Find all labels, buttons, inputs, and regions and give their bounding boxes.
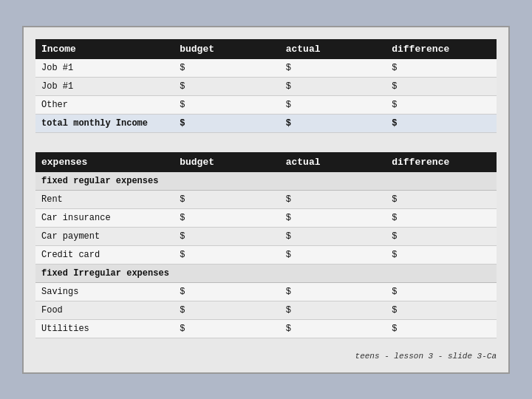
exp-carins-budget: $ xyxy=(174,208,280,227)
exp-food-budget: $ xyxy=(174,301,280,319)
exp-util-budget: $ xyxy=(174,319,280,338)
expenses-header-budget: budget xyxy=(174,152,280,172)
table-row: Car insurance $ $ $ xyxy=(35,208,497,227)
exp-savings-actual: $ xyxy=(280,282,386,301)
exp-savings-label: Savings xyxy=(35,282,174,301)
exp-util-diff: $ xyxy=(386,319,497,338)
income-row2-label: Job #1 xyxy=(35,77,174,95)
income-row3-actual: $ xyxy=(280,95,386,114)
exp-rent-diff: $ xyxy=(386,190,497,208)
table-row: Job #1 $ $ $ xyxy=(35,77,497,95)
income-total-actual: $ xyxy=(280,114,386,132)
spacer-row xyxy=(35,132,497,139)
exp-util-label: Utilities xyxy=(35,319,174,338)
income-total-budget: $ xyxy=(174,114,280,132)
exp-carins-diff: $ xyxy=(386,208,497,227)
income-header-actual: actual xyxy=(280,39,386,59)
exp-food-diff: $ xyxy=(386,301,497,319)
income-header-label: Income xyxy=(35,39,174,59)
table-row: Credit card $ $ $ xyxy=(35,245,497,264)
income-total-diff: $ xyxy=(386,114,497,132)
exp-credit-budget: $ xyxy=(174,245,280,264)
income-row3-budget: $ xyxy=(174,95,280,114)
exp-carins-actual: $ xyxy=(280,208,386,227)
table-row: Savings $ $ $ xyxy=(35,282,497,301)
table-row: Other $ $ $ xyxy=(35,95,497,114)
income-row3-label: Other xyxy=(35,95,174,114)
expenses-header-diff: difference xyxy=(386,152,497,172)
exp-carins-label: Car insurance xyxy=(35,208,174,227)
exp-carpay-diff: $ xyxy=(386,227,497,245)
exp-credit-actual: $ xyxy=(280,245,386,264)
exp-credit-label: Credit card xyxy=(35,245,174,264)
exp-rent-actual: $ xyxy=(280,190,386,208)
income-row1-diff: $ xyxy=(386,59,497,78)
exp-carpay-budget: $ xyxy=(174,227,280,245)
table-row: Utilities $ $ $ xyxy=(35,319,497,338)
footnote: teens - lesson 3 - slide 3-Ca xyxy=(35,352,497,361)
income-row1-label: Job #1 xyxy=(35,59,174,78)
exp-rent-label: Rent xyxy=(35,190,174,208)
income-row2-diff: $ xyxy=(386,77,497,95)
income-row3-diff: $ xyxy=(386,95,497,114)
page-container: Income budget actual difference Job #1 $… xyxy=(22,26,510,374)
exp-savings-budget: $ xyxy=(174,282,280,301)
exp-carpay-label: Car payment xyxy=(35,227,174,245)
table-row: Job #1 $ $ $ xyxy=(35,59,497,78)
income-header-budget: budget xyxy=(174,39,280,59)
income-table: Income budget actual difference Job #1 $… xyxy=(35,39,497,139)
income-row2-budget: $ xyxy=(174,77,280,95)
exp-food-label: Food xyxy=(35,301,174,319)
expenses-header-label: expenses xyxy=(35,152,174,172)
exp-util-actual: $ xyxy=(280,319,386,338)
exp-savings-diff: $ xyxy=(386,282,497,301)
fixed-irregular-label: fixed Irregular expenses xyxy=(35,264,497,282)
table-row: Food $ $ $ xyxy=(35,301,497,319)
fixed-irregular-section: fixed Irregular expenses xyxy=(35,264,497,282)
fixed-regular-label: fixed regular expenses xyxy=(35,172,497,191)
income-row2-actual: $ xyxy=(280,77,386,95)
income-row1-actual: $ xyxy=(280,59,386,78)
table-row: Car payment $ $ $ xyxy=(35,227,497,245)
exp-credit-diff: $ xyxy=(386,245,497,264)
exp-rent-budget: $ xyxy=(174,190,280,208)
income-header-diff: difference xyxy=(386,39,497,59)
expenses-header-actual: actual xyxy=(280,152,386,172)
table-row: Rent $ $ $ xyxy=(35,190,497,208)
income-total-row: total monthly Income $ $ $ xyxy=(35,114,497,132)
exp-carpay-actual: $ xyxy=(280,227,386,245)
income-total-label: total monthly Income xyxy=(35,114,174,132)
exp-food-actual: $ xyxy=(280,301,386,319)
expenses-table: expenses budget actual difference fixed … xyxy=(35,152,497,338)
fixed-regular-section: fixed regular expenses xyxy=(35,172,497,191)
income-row1-budget: $ xyxy=(174,59,280,78)
